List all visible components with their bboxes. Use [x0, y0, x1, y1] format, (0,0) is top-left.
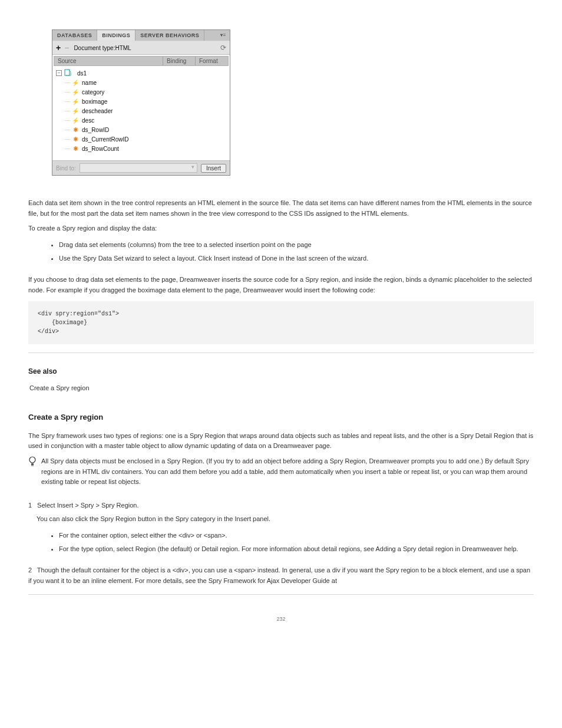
gear-icon: ✺: [71, 126, 80, 134]
tree-connector: ·····: [64, 117, 70, 123]
refresh-icon[interactable]: ⟳: [220, 44, 226, 52]
tree-root-ds1[interactable]: − ds1: [54, 68, 229, 78]
tip: All Spry data objects must be enclosed i…: [28, 456, 534, 492]
column-headers: Source Binding Format: [54, 56, 229, 66]
tree-item-label: desc: [82, 117, 94, 124]
step-1: 1 Select Insert > Spry > Spry Region. Yo…: [28, 500, 534, 525]
panel-tabs: DATABASES BINDINGS SERVER BEHAVIORS ▾≡: [52, 30, 230, 41]
insert-button[interactable]: Insert: [201, 164, 226, 173]
bindings-panel: DATABASES BINDINGS SERVER BEHAVIORS ▾≡ +…: [52, 29, 230, 176]
tree-item-label: ds_RowCount: [82, 146, 119, 152]
bullet-list: Drag data set elements (columns) from th…: [59, 240, 534, 264]
lightning-icon: ⚡: [71, 89, 80, 95]
tree-item[interactable]: ·····⚡descheader: [54, 106, 229, 116]
list-item: Drag data set elements (columns) from th…: [59, 240, 534, 251]
panel-toolbar: + − Document type:HTML ⟳: [52, 41, 230, 55]
lightning-icon: ⚡: [71, 117, 80, 124]
svg-rect-2: [31, 463, 34, 465]
add-button[interactable]: +: [56, 43, 61, 52]
remove-button[interactable]: −: [64, 44, 69, 52]
tree-item-label: descheader: [82, 108, 113, 114]
tree-item-label: ds_CurrentRowID: [82, 136, 128, 143]
see-also-heading: See also: [28, 366, 534, 377]
list-item: Use the Spry Data Set wizard to select a…: [59, 253, 534, 264]
paragraph: The Spry framework uses two types of reg…: [28, 431, 534, 452]
step-1-sub: You can also click the Spry Region butto…: [37, 514, 534, 525]
tree-connector: ·····: [64, 146, 70, 151]
panel-menu-icon[interactable]: ▾≡: [217, 30, 230, 41]
bindto-label: Bind to:: [56, 165, 76, 172]
tree-item[interactable]: ·····✺ds_CurrentRowID: [54, 134, 229, 144]
divider: [28, 594, 534, 595]
gear-icon: ✺: [71, 136, 80, 143]
tree-item[interactable]: ·····✺ds_RowID: [54, 125, 229, 134]
dataset-icon: [64, 68, 72, 78]
tree-connector: ·····: [64, 136, 70, 142]
tab-databases[interactable]: DATABASES: [52, 30, 97, 41]
tip-text: All Spry data objects must be enclosed i…: [41, 456, 534, 487]
list-item: For the container option, select either …: [59, 531, 534, 541]
lightning-icon: ⚡: [71, 98, 80, 105]
tab-bindings[interactable]: BINDINGS: [97, 30, 135, 41]
tab-server-behaviors[interactable]: SERVER BEHAVIORS: [135, 30, 204, 41]
tree-item[interactable]: ·····⚡desc: [54, 116, 229, 125]
lightning-icon: ⚡: [71, 80, 80, 86]
see-also-link[interactable]: Create a Spry region: [29, 383, 534, 394]
step-2: 2 Though the default container for the o…: [28, 565, 534, 586]
tree-connector: ·····: [64, 127, 70, 133]
expand-collapse-icon[interactable]: −: [56, 70, 62, 76]
tree-item-label: boximage: [82, 98, 107, 105]
page-number: 232: [28, 615, 534, 623]
tree-item-label: ds_RowID: [82, 127, 109, 133]
bullet-list: For the container option, select either …: [59, 531, 534, 555]
code-block: <div spry:region="ds1"> {boximage} </div…: [28, 301, 534, 344]
tree-item[interactable]: ·····⚡category: [54, 87, 229, 97]
lightbulb-icon: [28, 456, 37, 466]
tree-connector: ·····: [64, 108, 70, 114]
paragraph: Each data set item shown in the tree con…: [28, 198, 534, 219]
bindings-tree: − ds1 ·····⚡name·····⚡category·····⚡boxi…: [54, 67, 229, 158]
col-format[interactable]: Format: [196, 57, 228, 65]
tree-item[interactable]: ·····⚡boximage: [54, 97, 229, 106]
bindto-select[interactable]: [80, 163, 197, 173]
lightning-icon: ⚡: [71, 108, 80, 114]
tree-item[interactable]: ·····⚡name: [54, 78, 229, 87]
tree-ds-label: ds1: [77, 70, 87, 77]
col-source[interactable]: Source: [54, 57, 163, 65]
divider: [28, 353, 534, 353]
doc-type-label: Document type:HTML: [74, 45, 131, 51]
topic-heading: Create a Spry region: [28, 411, 534, 424]
panel-footer: Bind to: Insert: [52, 160, 230, 175]
tree-item[interactable]: ·····✺ds_RowCount: [54, 144, 229, 153]
tree-item-label: category: [82, 89, 104, 95]
paragraph: To create a Spry region and display the …: [28, 223, 534, 234]
list-item: For the type option, select Region (the …: [59, 544, 534, 555]
tree-connector: ·····: [64, 98, 70, 104]
tree-connector: ·····: [64, 80, 70, 85]
col-binding[interactable]: Binding: [163, 57, 196, 65]
tree-connector: ·····: [64, 89, 70, 95]
tree-item-label: name: [82, 80, 97, 86]
svg-point-1: [29, 457, 35, 463]
gear-icon: ✺: [71, 145, 80, 153]
paragraph: If you choose to drag data set elements …: [28, 275, 534, 295]
